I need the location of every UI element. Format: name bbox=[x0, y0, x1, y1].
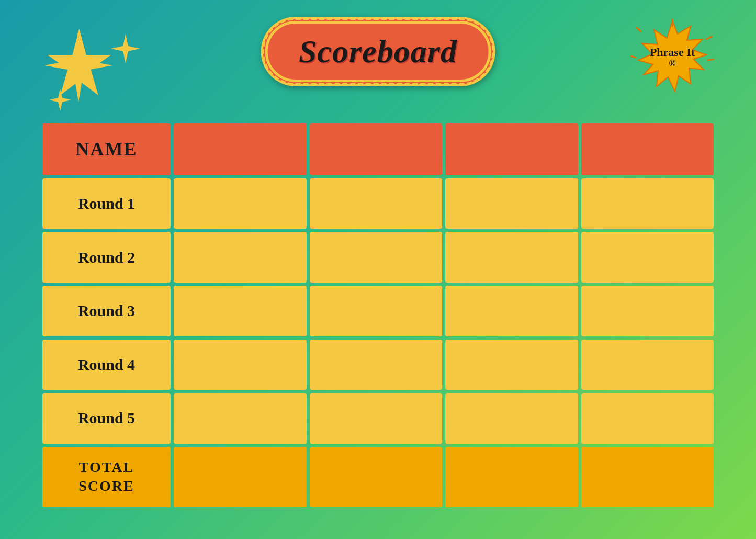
round-2-row: Round 2 bbox=[42, 232, 714, 283]
scoreboard-title-badge: Scoreboard bbox=[265, 21, 491, 82]
sparkles-decoration bbox=[42, 26, 157, 120]
round-3-label: Round 3 bbox=[42, 286, 171, 336]
round-5-row: Round 5 bbox=[42, 393, 714, 444]
round-1-score-3[interactable] bbox=[445, 178, 578, 229]
player-cell-3[interactable] bbox=[445, 123, 578, 175]
total-score-1[interactable] bbox=[174, 447, 307, 507]
round-4-row: Round 4 bbox=[42, 340, 714, 390]
round-1-label: Round 1 bbox=[42, 178, 171, 229]
round-3-score-1[interactable] bbox=[174, 286, 307, 336]
svg-text:®: ® bbox=[669, 58, 675, 69]
svg-line-5 bbox=[630, 56, 636, 58]
total-row: TOTAL SCORE bbox=[42, 447, 714, 507]
round-3-score-2[interactable] bbox=[310, 286, 443, 336]
round-3-row: Round 3 bbox=[42, 286, 714, 336]
phrase-it-logo: Phrase It ® bbox=[630, 18, 714, 102]
table-header-row: NAME bbox=[42, 123, 714, 175]
scoreboard-title: Scoreboard bbox=[299, 33, 457, 69]
round-5-score-1[interactable] bbox=[174, 393, 307, 444]
round-5-label: Round 5 bbox=[42, 393, 171, 444]
round-5-score-3[interactable] bbox=[445, 393, 578, 444]
round-1-score-1[interactable] bbox=[174, 178, 307, 229]
round-5-score-2[interactable] bbox=[310, 393, 443, 444]
total-score-2[interactable] bbox=[310, 447, 443, 507]
round-4-score-3[interactable] bbox=[445, 340, 578, 390]
player-cell-4[interactable] bbox=[581, 123, 714, 175]
round-4-label: Round 4 bbox=[42, 340, 171, 390]
round-4-score-4[interactable] bbox=[581, 340, 714, 390]
total-label-cell: TOTAL SCORE bbox=[42, 447, 171, 507]
round-2-score-2[interactable] bbox=[310, 232, 443, 283]
scoreboard-table-container: NAME Round 1 Round 2 Round 3 bbox=[39, 120, 717, 510]
round-1-score-2[interactable] bbox=[310, 178, 443, 229]
round-1-row: Round 1 bbox=[42, 178, 714, 229]
total-score-3[interactable] bbox=[445, 447, 578, 507]
svg-line-3 bbox=[708, 59, 714, 60]
round-2-score-1[interactable] bbox=[174, 232, 307, 283]
player-cell-1[interactable] bbox=[174, 123, 307, 175]
scoreboard-table: NAME Round 1 Round 2 Round 3 bbox=[39, 120, 717, 510]
svg-text:Phrase It: Phrase It bbox=[650, 46, 695, 59]
round-5-score-4[interactable] bbox=[581, 393, 714, 444]
round-4-score-2[interactable] bbox=[310, 340, 443, 390]
player-cell-2[interactable] bbox=[310, 123, 443, 175]
round-1-score-4[interactable] bbox=[581, 178, 714, 229]
name-header-cell: NAME bbox=[42, 123, 171, 175]
round-3-score-3[interactable] bbox=[445, 286, 578, 336]
round-3-score-4[interactable] bbox=[581, 286, 714, 336]
round-4-score-1[interactable] bbox=[174, 340, 307, 390]
svg-line-2 bbox=[706, 37, 712, 39]
total-score-4[interactable] bbox=[581, 447, 714, 507]
round-2-score-4[interactable] bbox=[581, 232, 714, 283]
round-2-score-3[interactable] bbox=[445, 232, 578, 283]
round-2-label: Round 2 bbox=[42, 232, 171, 283]
svg-line-4 bbox=[637, 28, 641, 31]
